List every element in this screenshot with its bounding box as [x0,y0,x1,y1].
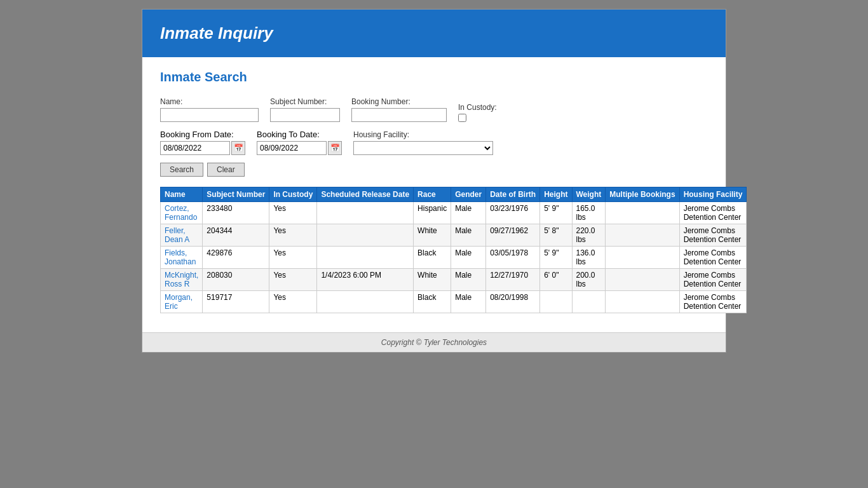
cell-race: Black [414,291,451,313]
cell-in-custody: Yes [269,291,317,313]
col-weight: Weight [572,187,606,202]
cell-height [540,291,572,313]
app-title: Inmate Inquiry [160,24,708,43]
cell-subject: 204344 [203,224,269,247]
cell-dob: 09/27/1962 [486,224,540,247]
cell-weight: 165.0 lbs [572,202,606,224]
table-row: Cortez,Fernando233480YesHispanicMale03/2… [161,202,747,224]
cell-name: Morgan,Eric [161,291,203,313]
col-housing-facility: Housing Facility [679,187,747,202]
form-row-2: Booking From Date: 📅 Booking To Date: 📅 … [160,130,708,155]
booking-label: Booking Number: [351,97,447,106]
inmate-link[interactable]: McKnight,Ross R [165,271,198,288]
cell-weight [572,291,606,313]
header-bar: Inmate Inquiry [142,10,726,57]
table-row: Feller,Dean A204344YesWhiteMale09/27/196… [161,224,747,247]
cell-scheduled-release [317,291,414,313]
clear-button[interactable]: Clear [207,163,245,177]
table-header-row: Name Subject Number In Custody Scheduled… [161,187,747,202]
booking-from-group: Booking From Date: 📅 [160,130,245,155]
housing-facility-group: Housing Facility: Jerome Combs Detention… [353,130,493,155]
cell-scheduled-release [317,224,414,247]
cell-gender: Male [451,247,486,269]
cell-scheduled-release [317,247,414,269]
col-subject: Subject Number [203,187,269,202]
cell-multiple-bookings [606,247,679,269]
cell-name: Fields,Jonathan [161,247,203,269]
col-name: Name [161,187,203,202]
cell-gender: Male [451,291,486,313]
booking-from-input[interactable] [160,141,230,155]
booking-to-label: Booking To Date: [257,130,342,139]
cell-name: McKnight,Ross R [161,269,203,291]
form-row-1: Name: Subject Number: Booking Number: In… [160,97,708,122]
col-height: Height [540,187,572,202]
booking-to-wrapper: 📅 [257,141,342,155]
booking-to-calendar-button[interactable]: 📅 [328,141,342,155]
cell-dob: 08/20/1998 [486,291,540,313]
cell-multiple-bookings [606,202,679,224]
table-row: McKnight,Ross R208030Yes1/4/2023 6:00 PM… [161,269,747,291]
cell-weight: 200.0 lbs [572,269,606,291]
col-dob: Date of Birth [486,187,540,202]
copyright-text: Copyright © Tyler Technologies [381,338,487,347]
booking-from-label: Booking From Date: [160,130,245,139]
cell-name: Feller,Dean A [161,224,203,247]
cell-weight: 220.0 lbs [572,224,606,247]
subject-label: Subject Number: [270,97,340,106]
cell-height: 5' 9" [540,202,572,224]
cell-height: 5' 9" [540,247,572,269]
col-scheduled-release: Scheduled Release Date [317,187,414,202]
cell-gender: Male [451,202,486,224]
cell-weight: 136.0 lbs [572,247,606,269]
in-custody-checkbox[interactable] [458,114,466,122]
cell-in-custody: Yes [269,247,317,269]
booking-number-input[interactable] [351,108,447,122]
subject-group: Subject Number: [270,97,340,122]
search-button[interactable]: Search [160,163,203,177]
subject-number-input[interactable] [270,108,340,122]
cell-dob: 03/05/1978 [486,247,540,269]
inmate-link[interactable]: Morgan,Eric [165,293,193,311]
results-table: Name Subject Number In Custody Scheduled… [160,187,747,313]
cell-subject: 233480 [203,202,269,224]
cell-multiple-bookings [606,269,679,291]
cell-race: White [414,269,451,291]
table-row: Morgan,Eric519717YesBlackMale08/20/1998J… [161,291,747,313]
booking-to-input[interactable] [257,141,327,155]
cell-housing-facility: Jerome Combs Detention Center [679,269,747,291]
name-group: Name: [160,97,259,122]
content-area: Inmate Search Name: Subject Number: Book… [142,57,726,332]
in-custody-group: In Custody: [458,103,497,122]
cell-height: 6' 0" [540,269,572,291]
name-input[interactable] [160,108,259,122]
cell-subject: 208030 [203,269,269,291]
footer: Copyright © Tyler Technologies [142,332,726,352]
button-row: Search Clear [160,163,708,177]
housing-facility-select[interactable]: Jerome Combs Detention Center [353,141,493,155]
cell-height: 5' 8" [540,224,572,247]
cell-dob: 03/23/1976 [486,202,540,224]
cell-in-custody: Yes [269,202,317,224]
cell-scheduled-release: 1/4/2023 6:00 PM [317,269,414,291]
col-multiple-bookings: Multiple Bookings [606,187,679,202]
cell-multiple-bookings [606,224,679,247]
inmate-link[interactable]: Feller,Dean A [165,226,189,244]
cell-multiple-bookings [606,291,679,313]
inmate-link[interactable]: Fields,Jonathan [165,248,196,266]
cell-scheduled-release [317,202,414,224]
cell-in-custody: Yes [269,269,317,291]
booking-from-calendar-button[interactable]: 📅 [231,141,245,155]
cell-name: Cortez,Fernando [161,202,203,224]
cell-subject: 429876 [203,247,269,269]
booking-to-group: Booking To Date: 📅 [257,130,342,155]
col-race: Race [414,187,451,202]
page-title: Inmate Search [160,70,708,85]
cell-subject: 519717 [203,291,269,313]
cell-dob: 12/27/1970 [486,269,540,291]
in-custody-label: In Custody: [458,103,497,112]
inmate-link[interactable]: Cortez,Fernando [165,204,197,222]
housing-facility-label: Housing Facility: [353,130,493,139]
cell-race: White [414,224,451,247]
booking-group: Booking Number: [351,97,447,122]
